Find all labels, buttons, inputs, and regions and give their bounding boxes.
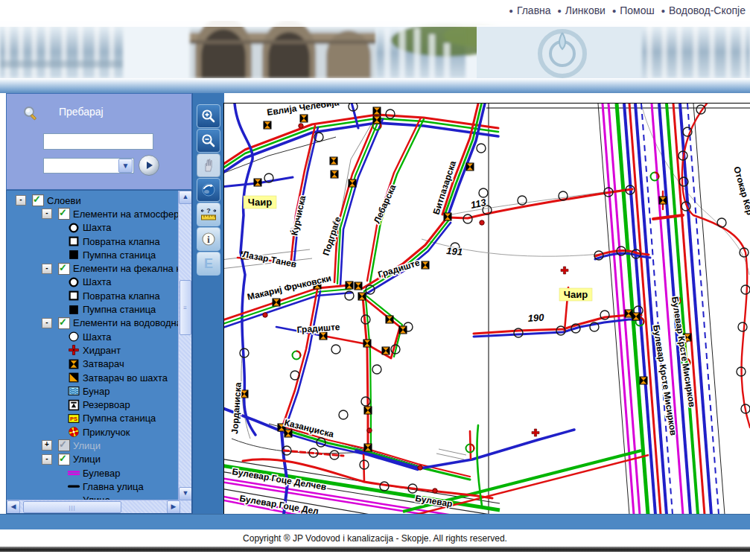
pan-button[interactable] [197,153,220,177]
legend-item: Бунар [7,384,179,398]
nav-item-glavna[interactable]: Главна [506,4,551,17]
footer-band [0,514,750,530]
pipe-number-label: 191 [446,245,463,258]
footer-dark-bar [0,547,750,552]
tree-item-vodovodna[interactable]: - Елементи на водоводна [7,316,179,330]
zoom-in-button[interactable] [197,104,220,128]
scroll-left-icon[interactable]: ◀ [7,500,20,514]
measure-button[interactable]: ? [197,203,220,226]
boulevard-krste-misirkov-lines [598,104,725,515]
checkbox-checked[interactable] [32,194,44,206]
tree-item-atmosferska[interactable]: - Елементи на атмосферск [7,207,179,220]
manhole-circle-icon [68,222,80,234]
legend-item: Пумпна станица [7,248,179,261]
scroll-up-icon[interactable]: ▲ [179,191,192,204]
collapse-icon[interactable]: - [42,209,52,219]
map-toolbar: ? i E [192,93,224,514]
copyright-text: Copyright ® JP Vodovod i kanalizacija - … [243,533,507,544]
dropdown-arrow-icon[interactable]: ▼ [118,159,133,173]
map-canvas[interactable]: Чаир Чаир Евлија Челебија Ќурчиска Подгр… [223,103,750,515]
tree-item-ulici-disabled[interactable]: + Улици [7,439,179,452]
manhole-circle-icon [68,276,80,288]
collapse-icon[interactable]: - [42,264,52,274]
legend-item: Хидрант [7,343,179,357]
vertical-scroll-thumb[interactable]: ≡ [179,280,191,335]
main-content: Пребарај ▼ - Слоеви - Еле [6,93,750,514]
legend-label: Хидрант [83,345,121,356]
well-waves-icon [68,385,80,397]
scroll-down-icon[interactable]: ▼ [179,487,192,500]
ruler-question-icon: ? [200,206,217,223]
legend-label: Бунар [83,386,109,397]
tree-label: Елементи на атмосферск [73,209,179,220]
legend-label: Пумпна станица [83,304,156,315]
check-valve-square-icon [68,235,80,247]
search-input[interactable] [43,133,153,150]
street-label: Ќурчиска [288,194,308,237]
checkbox-checked[interactable] [58,454,70,465]
collapse-icon[interactable]: - [42,318,52,328]
search-go-button[interactable] [139,155,159,176]
tree-item-fekalna[interactable]: - Елементи на фекална ка [7,261,179,275]
street-label: Отокар Кер [731,165,750,216]
legend-label: Шахта [83,222,112,233]
scroll-right-icon[interactable]: ▶ [167,500,180,514]
waterfall-left [0,25,123,78]
hand-icon [200,157,217,174]
legend-item: Затварач [7,357,179,371]
collapse-icon[interactable]: - [42,454,52,465]
tree-label: Елементи на водоводна [73,317,179,328]
app-page: Главна Линкови Помош Водовод-Скопје [0,0,750,560]
identify-button[interactable]: i [197,227,220,251]
checkbox-disabled [58,439,70,451]
legend-item: Затварач во шахта [7,371,179,384]
legend-label: Главна улица [83,481,144,492]
go-arrow-icon [147,162,153,169]
top-navigation: Главна Линкови Помош Водовод-Скопје [0,0,750,21]
nav-item-pomos[interactable]: Помош [608,4,655,17]
connection-pinwheel-icon [68,426,80,438]
tree-item-ulici[interactable]: - Улици [7,453,179,466]
extra-button[interactable]: E [197,252,220,276]
pipe-number-label: 190 [527,311,544,324]
expand-icon[interactable]: + [42,440,52,451]
boulevard-line-icon [68,467,80,479]
reservoir-icon [68,399,80,411]
legend-item: Повратна клапна [7,235,179,248]
nav-item-linkovi[interactable]: Линкови [554,4,606,17]
e-letter-label: E [204,256,213,272]
full-extent-button[interactable] [197,178,220,202]
pump-station-ps-icon: PS [68,413,80,424]
globe-icon [200,182,217,198]
svg-text:?: ? [206,207,211,214]
tree-horizontal-scrollbar[interactable]: ◀ ||| ▶ [7,500,180,513]
horizontal-scroll-thumb[interactable]: ||| [23,501,121,513]
search-panel: Пребарај ▼ [6,93,192,190]
legend-label: Затварач [83,358,124,369]
zoom-out-button[interactable] [197,129,220,153]
legend-item: Приклучок [7,425,179,439]
tree-label: Улици [73,454,101,465]
checkbox-checked[interactable] [58,208,70,220]
legend-item: Резервоар [7,398,179,411]
pump-station-filled-icon [68,249,80,261]
check-valve-square-icon [68,290,80,302]
hydrant-cross-icon [68,344,80,356]
valve-in-manhole-icon [68,372,80,384]
svg-text:Чаир: Чаир [248,197,272,208]
search-title: Пребарај [59,106,104,118]
tree-item-sloevi[interactable]: - Слоеви [7,194,179,207]
collapse-icon[interactable]: - [16,195,26,206]
tree-vertical-scrollbar[interactable]: ▲ ≡ ▼ [178,191,191,513]
nav-item-vodovod-skopje[interactable]: Водовод-Скопје [658,4,746,17]
magnifier-icon [22,104,39,122]
checkbox-checked[interactable] [58,263,70,275]
tree-label: Улици [73,440,101,451]
legend-label: Шахта [83,276,112,287]
pump-station-filled-icon [68,304,80,316]
checkbox-checked[interactable] [58,317,70,329]
legend-item: Повратна клапна [7,289,179,302]
network-map: Чаир Чаир Евлија Челебија Ќурчиска Подгр… [224,104,750,515]
waterfall-right [642,25,750,78]
search-category-select[interactable]: ▼ [43,158,134,174]
